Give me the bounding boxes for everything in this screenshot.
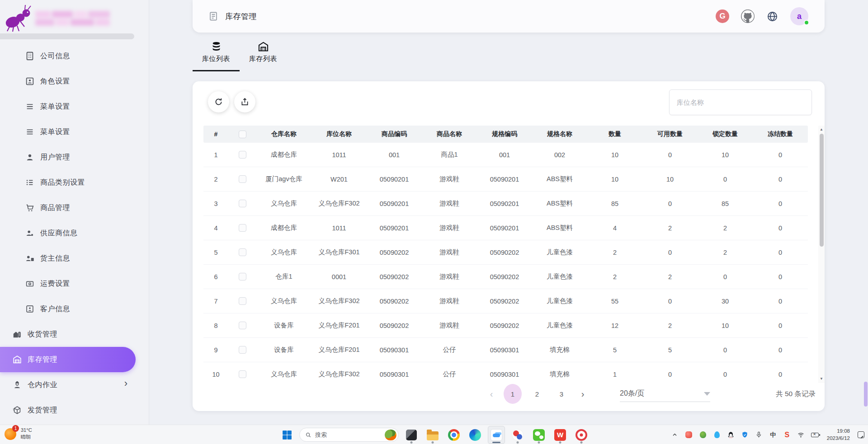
table-cell: 05090201 bbox=[477, 176, 532, 183]
refresh-button[interactable] bbox=[208, 91, 229, 112]
tray-wifi-icon[interactable] bbox=[797, 431, 805, 439]
location-name-search-input[interactable] bbox=[669, 89, 812, 115]
tray-red-app-icon[interactable] bbox=[685, 431, 693, 439]
sidebar-item-role-settings[interactable]: 角色设置 bbox=[0, 69, 149, 94]
table-cell: 002 bbox=[532, 151, 587, 159]
tray-drop-app-icon[interactable] bbox=[713, 431, 721, 439]
export-button[interactable] bbox=[234, 91, 255, 112]
table-cell: 0 bbox=[753, 200, 808, 207]
scroll-up-arrow-icon[interactable]: ▲ bbox=[818, 126, 825, 133]
sidebar-item-menu-settings-1[interactable]: 菜单设置 bbox=[0, 94, 149, 119]
sidebar-item-warehouse-operations[interactable]: 仓内作业› bbox=[0, 372, 149, 397]
table-cell: 2 bbox=[203, 176, 228, 183]
github-icon[interactable] bbox=[741, 9, 755, 23]
sidebar-item-customer-info[interactable]: 客户信息 bbox=[0, 296, 149, 322]
prev-page-button[interactable]: ‹ bbox=[486, 389, 497, 399]
tab-location-list[interactable]: 库位列表 bbox=[193, 41, 240, 71]
action-center-icon[interactable] bbox=[858, 431, 864, 438]
table-cell: 设备库 bbox=[256, 346, 311, 354]
table-cell: 儿童色漆 bbox=[532, 321, 587, 330]
row-checkbox[interactable] bbox=[239, 346, 246, 354]
row-checkbox[interactable] bbox=[239, 175, 246, 183]
next-page-button[interactable]: › bbox=[577, 389, 589, 399]
tray-shield-icon[interactable] bbox=[741, 431, 749, 439]
sidebar-item-inventory-management[interactable]: 库存管理 bbox=[0, 347, 136, 372]
select-all-checkbox[interactable] bbox=[239, 131, 246, 138]
sidebar-item-company-info[interactable]: 公司信息 bbox=[0, 43, 149, 69]
row-checkbox[interactable] bbox=[239, 273, 246, 280]
sidebar-item-label: 公司信息 bbox=[40, 51, 70, 61]
screen: 公司信息角色设置菜单设置菜单设置用户管理商品类别设置商品管理供应商信息货主信息运… bbox=[0, 0, 868, 444]
row-checkbox[interactable] bbox=[239, 224, 246, 232]
tray-green-app-icon[interactable] bbox=[699, 431, 707, 439]
table-cell: 游戏鞋 bbox=[422, 272, 477, 281]
row-checkbox[interactable] bbox=[239, 151, 246, 159]
wps-icon[interactable] bbox=[552, 426, 569, 444]
file-explorer-icon[interactable] bbox=[424, 426, 441, 444]
table-cell: 0 bbox=[753, 176, 808, 183]
table-body: 1成都仓库1011001商品10010021001002厦门agv仓库W2010… bbox=[203, 143, 808, 383]
category-list-icon bbox=[25, 178, 35, 187]
tray-mic-icon[interactable] bbox=[755, 431, 763, 439]
sidebar-item-user-management[interactable]: 用户管理 bbox=[0, 145, 149, 170]
row-checkbox[interactable] bbox=[239, 297, 246, 305]
sidebar-item-menu-settings-2[interactable]: 菜单设置 bbox=[0, 119, 149, 145]
page-size-select[interactable]: 20条/页 bbox=[620, 386, 710, 402]
sidebar-item-product-category[interactable]: 商品类别设置 bbox=[0, 170, 149, 195]
start-button[interactable] bbox=[278, 426, 295, 444]
row-checkbox[interactable] bbox=[239, 370, 246, 378]
sidebar-item-freight-settings[interactable]: 运费设置 bbox=[0, 271, 149, 296]
table-cell: 5 bbox=[642, 346, 698, 354]
table-cell: 厦门agv仓库 bbox=[256, 175, 311, 183]
table-cell: 0 bbox=[642, 298, 698, 305]
tray-battery-icon[interactable] bbox=[811, 431, 819, 439]
gitee-icon[interactable]: G bbox=[716, 9, 729, 23]
page-scrollbar[interactable] bbox=[863, 0, 868, 425]
table-cell: ABS塑料 bbox=[532, 199, 587, 208]
weather-widget[interactable]: 1 31°C 晴朗 bbox=[5, 427, 32, 440]
tray-chevron-up-icon[interactable] bbox=[671, 431, 679, 439]
sidebar-item-label: 运费设置 bbox=[40, 279, 70, 289]
taskbar-search[interactable]: 搜索 bbox=[299, 428, 399, 442]
user-avatar[interactable]: a bbox=[790, 7, 808, 25]
globe-icon[interactable] bbox=[766, 10, 778, 23]
table-row: 9设备库义乌仓库F20105090301公仔05090301填充棉5500 bbox=[203, 338, 808, 362]
wechat-icon[interactable] bbox=[530, 426, 547, 444]
sidebar-item-supplier-info[interactable]: 供应商信息 bbox=[0, 220, 149, 246]
cloud-docs-icon[interactable] bbox=[488, 426, 505, 444]
row-checkbox[interactable] bbox=[239, 322, 246, 329]
sidebar-item-receiving-management[interactable]: 收货管理 bbox=[0, 322, 149, 347]
freight-icon bbox=[25, 279, 35, 289]
row-checkbox[interactable] bbox=[239, 200, 246, 207]
page-number-1[interactable]: 1 bbox=[504, 384, 522, 404]
page-number-3[interactable]: 3 bbox=[552, 384, 571, 404]
tray-qq-icon[interactable] bbox=[727, 431, 735, 439]
total-records: 共 50 条记录 bbox=[776, 389, 816, 399]
table-scrollbar[interactable]: ▲ ▼ bbox=[818, 126, 825, 383]
scrollbar-thumb[interactable] bbox=[820, 134, 824, 247]
notification-badge: 1 bbox=[12, 425, 19, 432]
tab-inventory-list[interactable]: 库存列表 bbox=[240, 41, 287, 71]
search-icon bbox=[305, 432, 311, 438]
chrome-icon[interactable] bbox=[445, 426, 462, 444]
screen-recorder-icon[interactable] bbox=[573, 426, 590, 444]
sidebar-item-owner-info[interactable]: 货主信息 bbox=[0, 246, 149, 271]
sidebar-item-shipping-management[interactable]: 发货管理 bbox=[0, 397, 149, 423]
taskbar-clock[interactable]: 19:08 2023/6/12 bbox=[825, 428, 852, 442]
locations-table: #仓库名称库位名称商品编码商品名称规格编码规格名称数量可用数量锁定数量冻结数量 … bbox=[203, 126, 815, 383]
tray-ime-icon[interactable]: 中 bbox=[769, 431, 777, 439]
scroll-down-arrow-icon[interactable]: ▼ bbox=[818, 376, 825, 382]
table-cell: 05090202 bbox=[367, 322, 422, 329]
weather-text: 31°C 晴朗 bbox=[21, 427, 32, 440]
edge-icon[interactable] bbox=[467, 426, 484, 444]
row-checkbox[interactable] bbox=[239, 248, 246, 256]
page-scrollbar-thumb[interactable] bbox=[864, 382, 868, 407]
app-dark-icon[interactable] bbox=[403, 426, 420, 444]
red-blue-app-icon[interactable] bbox=[509, 426, 526, 444]
table-cell: 1 bbox=[587, 371, 642, 378]
sidebar-item-product-management[interactable]: 商品管理 bbox=[0, 195, 149, 220]
page-number-2[interactable]: 2 bbox=[528, 384, 546, 404]
table-cell: 游戏鞋 bbox=[422, 321, 477, 330]
sidebar-item-label: 供应商信息 bbox=[40, 229, 78, 238]
tray-s-app-icon[interactable]: S bbox=[783, 431, 791, 439]
